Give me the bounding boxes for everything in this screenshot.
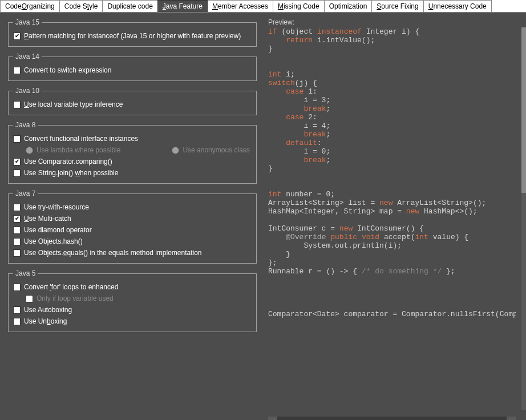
checkbox[interactable] (13, 249, 21, 257)
options-panel: Java 15Pattern matching for instanceof (… (0, 13, 262, 420)
scroll-right-arrow[interactable]: ▶ (507, 417, 516, 420)
option-row: Use Autoboxing (13, 304, 252, 316)
option-row: Convert functional interface instances (13, 133, 252, 144)
tab-unnecessary-code[interactable]: Unnecessary Code (423, 0, 492, 12)
checkbox[interactable] (13, 33, 21, 40)
group-legend: Java 7 (13, 189, 38, 197)
radio-row: Use lambda where possibleUse anonymous c… (13, 144, 252, 156)
option-label: Convert 'for' loops to enhanced (24, 283, 118, 291)
tab-duplicate-code[interactable]: Duplicate code (102, 0, 157, 12)
option-row: Only if loop variable used (13, 293, 252, 304)
checkbox[interactable] (13, 318, 21, 325)
group-java14: Java 14Convert to switch expression (8, 52, 257, 81)
group-legend: Java 15 (13, 18, 42, 26)
horizontal-scrollbar[interactable]: ◀ ▶ (268, 417, 516, 420)
option-label: Use Autoboxing (24, 306, 72, 314)
group-java10: Java 10Use local variable type inference (8, 87, 257, 115)
group-java15: Java 15Pattern matching for instanceof (… (8, 18, 257, 47)
group-java8: Java 8Convert functional interface insta… (8, 121, 257, 184)
option-label: Use String.join() when possible (24, 169, 118, 177)
scroll-left-arrow[interactable]: ◀ (268, 417, 277, 420)
option-label: Use Objects.hash() (24, 237, 83, 245)
radio-label: Use lambda where possible (37, 146, 120, 154)
checkbox[interactable] (13, 284, 21, 291)
group-legend: Java 10 (13, 87, 42, 95)
checkbox[interactable] (13, 67, 21, 74)
tab-code-organizing[interactable]: Code Organizing (0, 0, 60, 12)
checkbox[interactable] (13, 204, 21, 211)
checkbox[interactable] (13, 238, 21, 245)
code-preview: if (object instanceof Integer i) { retur… (268, 27, 516, 410)
option-row: Pattern matching for instanceof (Java 15… (13, 30, 252, 42)
checkbox[interactable] (13, 306, 21, 314)
group-legend: Java 5 (13, 269, 38, 277)
option-row: Convert to switch expression (13, 64, 252, 76)
option-label: Convert to switch expression (24, 66, 111, 74)
option-label: Only if loop variable used (37, 294, 114, 302)
option-label: Use Multi-catch (24, 215, 71, 223)
checkbox[interactable] (13, 135, 21, 143)
tab-optimization[interactable]: Optimization (324, 0, 373, 12)
option-row: Use local variable type inference (13, 99, 252, 110)
checkbox[interactable] (13, 169, 21, 177)
checkbox[interactable] (13, 101, 21, 108)
option-label: Use try-with-resource (24, 203, 89, 211)
preview-panel: Preview: if (object instanceof Integer i… (262, 13, 526, 420)
checkbox[interactable] (13, 227, 21, 234)
tab-code-style[interactable]: Code Style (59, 0, 103, 12)
option-row: Use diamond operator (13, 224, 252, 236)
group-java5: Java 5Convert 'for' loops to enhancedOnl… (8, 269, 257, 332)
option-row: Use Multi-catch (13, 213, 252, 224)
checkbox[interactable] (13, 215, 21, 223)
radio-label: Use anonymous class (183, 146, 249, 154)
group-legend: Java 8 (13, 121, 38, 129)
option-label: Use Unboxing (24, 317, 67, 325)
option-row: Use Objects.equals() in the equals metho… (13, 247, 252, 259)
group-legend: Java 14 (13, 52, 42, 60)
tab-java-feature[interactable]: Java Feature (157, 0, 208, 12)
radio-use-anonymous-class (172, 147, 179, 154)
radio-use-lambda-where-possible (26, 147, 33, 154)
checkbox (26, 295, 33, 302)
option-label: Use diamond operator (24, 226, 92, 234)
checkbox[interactable] (13, 158, 21, 165)
group-java7: Java 7Use try-with-resourceUse Multi-cat… (8, 189, 257, 264)
content-area: Java 15Pattern matching for instanceof (… (0, 13, 526, 420)
option-label: Convert functional interface instances (24, 135, 138, 143)
tab-source-fixing[interactable]: Source Fixing (371, 0, 423, 12)
vertical-scrollthumb[interactable] (521, 27, 526, 193)
option-label: Use Comparator.comparing() (24, 158, 112, 165)
option-label: Use Objects.equals() in the equals metho… (24, 249, 202, 257)
option-row: Convert 'for' loops to enhanced (13, 281, 252, 293)
vertical-scrollbar[interactable] (521, 27, 526, 410)
option-row: Use Unboxing (13, 316, 252, 327)
option-row: Use Comparator.comparing() (13, 156, 252, 167)
option-label: Use local variable type inference (24, 100, 123, 108)
tab-bar: Code OrganizingCode StyleDuplicate codeJ… (0, 0, 526, 13)
option-row: Use Objects.hash() (13, 236, 252, 247)
tab-missing-code[interactable]: Missing Code (273, 0, 325, 12)
option-row: Use String.join() when possible (13, 167, 252, 179)
tab-member-accesses[interactable]: Member Accesses (207, 0, 273, 12)
code-wrap: if (object instanceof Integer i) { retur… (268, 27, 521, 415)
option-label: Pattern matching for instanceof (Java 15… (24, 32, 241, 40)
preview-label: Preview: (268, 18, 521, 26)
option-row: Use try-with-resource (13, 201, 252, 213)
